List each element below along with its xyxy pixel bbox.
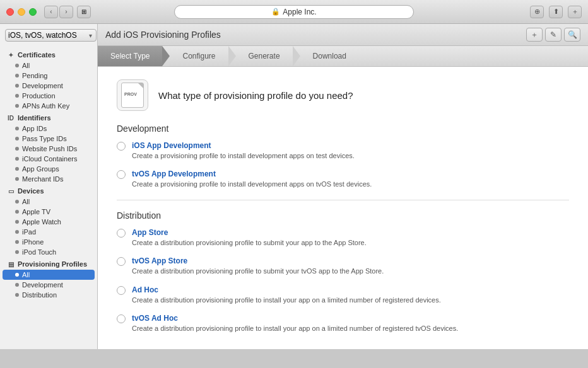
sidebar-item-cert-apns[interactable]: APNs Auth Key xyxy=(0,101,97,111)
bullet-icon xyxy=(15,94,19,98)
sidebar-section-certificates: ✦ Certificates xyxy=(0,48,97,60)
bullet-icon xyxy=(15,200,19,204)
cert-icon: ✦ xyxy=(6,50,15,59)
sidebar-item-cert-production[interactable]: Production xyxy=(0,91,97,101)
radio-tvos-app-store[interactable]: tvOS App Store Create a distribution pro… xyxy=(117,256,569,276)
bullet-icon xyxy=(15,250,19,254)
tvos-dev-desc: Create a provisioning profile to install… xyxy=(132,180,372,189)
bullet-icon xyxy=(15,84,19,88)
search-button[interactable]: 🔍 xyxy=(564,28,580,42)
id-icon: ID xyxy=(6,113,15,122)
section-divider-1 xyxy=(117,200,569,200)
traffic-lights xyxy=(6,8,37,16)
back-button[interactable]: ‹ xyxy=(44,6,58,18)
radio-appstore-btn[interactable] xyxy=(117,229,126,238)
sidebar-item-ipod[interactable]: iPod Touch xyxy=(0,247,97,257)
prov-file-icon: PROV xyxy=(117,79,148,111)
sidebar-item-pass-type-ids[interactable]: Pass Type IDs xyxy=(0,134,97,144)
radio-ad-hoc[interactable]: Ad Hoc Create a distribution provisionin… xyxy=(117,285,569,305)
distribution-section-title: Distribution xyxy=(117,210,569,221)
radio-tvos-adhoc-btn[interactable] xyxy=(117,314,126,323)
step-arrow-2 xyxy=(228,46,236,66)
url-bar[interactable]: 🔒 Apple Inc. xyxy=(174,5,414,19)
step-download-label: Download xyxy=(313,52,346,60)
platform-dropdown[interactable]: iOS, tvOS, watchOS macOS xyxy=(5,29,97,42)
bullet-icon xyxy=(15,273,19,277)
step-generate-label: Generate xyxy=(249,52,280,60)
content-header-bar: Add iOS Provisioning Profiles ＋ ✎ 🔍 xyxy=(98,24,588,46)
tab-icon: ⊞ xyxy=(77,6,91,18)
ios-dev-label: iOS App Development xyxy=(132,141,355,150)
sidebar-item-merchant[interactable]: Merchant IDs xyxy=(0,174,97,184)
sidebar-item-icloud[interactable]: iCloud Containers xyxy=(0,154,97,164)
titlebar-right: ⊕ ⬆ ＋ xyxy=(530,6,582,18)
bullet-icon xyxy=(15,137,19,141)
minimize-button[interactable] xyxy=(18,8,25,16)
tvos-dev-label: tvOS App Development xyxy=(132,170,372,178)
step-download[interactable]: Download xyxy=(300,46,359,66)
sidebar-item-website-push[interactable]: Website Push IDs xyxy=(0,144,97,154)
prov-file-fold xyxy=(138,83,143,88)
bullet-icon xyxy=(15,230,19,234)
forward-button[interactable]: › xyxy=(59,6,73,18)
content-question: What type of provisioning profile do you… xyxy=(158,90,353,101)
bullet-icon xyxy=(15,240,19,244)
content-question-header: PROV What type of provisioning profile d… xyxy=(117,79,569,111)
sidebar: iOS, tvOS, watchOS macOS ▾ ✦ Certificate… xyxy=(0,24,98,349)
sidebar-item-cert-development[interactable]: Development xyxy=(0,81,97,91)
sidebar-item-apple-tv[interactable]: Apple TV xyxy=(0,207,97,217)
radio-adhoc-btn[interactable] xyxy=(117,286,126,295)
sidebar-item-prov-distribution[interactable]: Distribution xyxy=(0,290,97,300)
edit-button[interactable]: ✎ xyxy=(545,28,562,42)
radio-ios-btn[interactable] xyxy=(117,142,126,151)
bookmark-button[interactable]: ⊕ xyxy=(530,6,544,18)
radio-tvos-appstore-btn[interactable] xyxy=(117,257,126,266)
tvos-adhoc-desc: Create a distribution provisioning profi… xyxy=(132,324,458,333)
sidebar-item-app-ids[interactable]: App IDs xyxy=(0,124,97,134)
steps-bar: Select Type Configure Generate Download xyxy=(98,46,588,67)
maximize-button[interactable] xyxy=(29,8,37,16)
step-generate[interactable]: Generate xyxy=(236,46,293,66)
bullet-icon xyxy=(15,283,19,287)
radio-app-store[interactable]: App Store Create a distribution provisio… xyxy=(117,228,569,248)
sidebar-item-iphone[interactable]: iPhone xyxy=(0,237,97,247)
appstore-label: App Store xyxy=(132,228,367,237)
identifiers-label: Identifiers xyxy=(18,114,51,122)
bullet-icon xyxy=(15,220,19,224)
sidebar-item-prov-development[interactable]: Development xyxy=(0,280,97,290)
sidebar-section-identifiers: ID Identifiers xyxy=(0,111,97,124)
titlebar: ‹ › ⊞ 🔒 Apple Inc. ⊕ ⬆ ＋ xyxy=(0,0,588,24)
sidebar-item-prov-all[interactable]: All xyxy=(3,270,95,280)
adhoc-label: Ad Hoc xyxy=(132,285,441,294)
radio-tvos-app-development[interactable]: tvOS App Development Create a provisioni… xyxy=(117,170,569,189)
sidebar-item-devices-all[interactable]: All xyxy=(0,197,97,207)
bullet-icon xyxy=(15,210,19,214)
sidebar-item-cert-all[interactable]: All xyxy=(0,60,97,71)
prov-file-text: PROV xyxy=(124,92,137,96)
add-button[interactable]: ＋ xyxy=(526,28,543,42)
content-title: Add iOS Provisioning Profiles xyxy=(105,30,221,40)
close-button[interactable] xyxy=(6,8,14,16)
lock-icon: 🔒 xyxy=(271,8,280,16)
share-button[interactable]: ⬆ xyxy=(549,6,563,18)
sidebar-item-ipad[interactable]: iPad xyxy=(0,227,97,237)
step-configure[interactable]: Configure xyxy=(170,46,228,66)
sidebar-item-apple-watch[interactable]: Apple Watch xyxy=(0,217,97,227)
bullet-icon xyxy=(15,167,19,171)
sidebar-item-cert-pending[interactable]: Pending xyxy=(0,71,97,81)
sidebar-item-app-groups[interactable]: App Groups xyxy=(0,164,97,174)
radio-tvos-btn[interactable] xyxy=(117,170,126,179)
step-configure-label: Configure xyxy=(182,52,215,60)
url-text: Apple Inc. xyxy=(283,8,316,16)
url-bar-container: 🔒 Apple Inc. xyxy=(174,5,414,19)
adhoc-desc: Create a distribution provisioning profi… xyxy=(132,296,441,305)
platform-dropdown-container: iOS, tvOS, watchOS macOS ▾ xyxy=(5,29,92,42)
step-select-type[interactable]: Select Type xyxy=(98,46,162,66)
bullet-icon xyxy=(15,157,19,161)
bullet-icon xyxy=(15,74,19,78)
radio-ios-app-development[interactable]: iOS App Development Create a provisionin… xyxy=(117,141,569,161)
bullet-icon xyxy=(15,177,19,181)
new-tab-button[interactable]: ＋ xyxy=(568,6,582,18)
radio-tvos-ad-hoc[interactable]: tvOS Ad Hoc Create a distribution provis… xyxy=(117,314,569,333)
step-arrow-3 xyxy=(293,46,300,66)
